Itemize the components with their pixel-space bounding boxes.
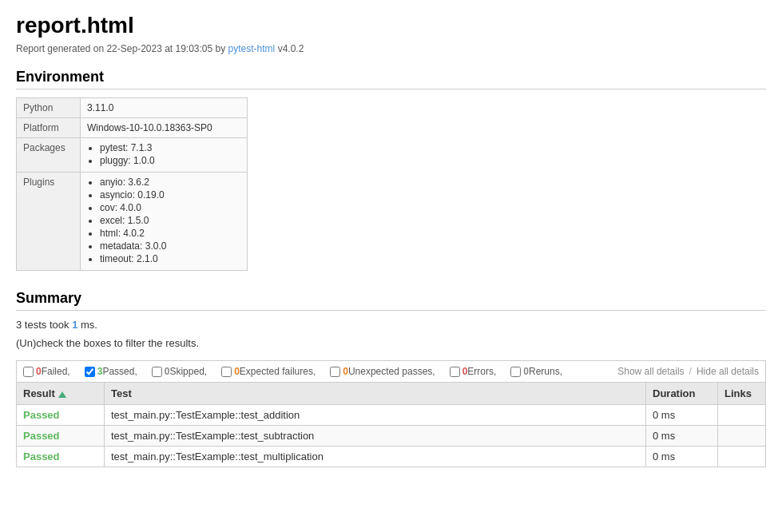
result-duration: 0 ms — [646, 405, 718, 426]
filter-count-errors: 0 — [462, 366, 468, 377]
filter-item-errors: 0 Errors, — [450, 366, 497, 377]
summary-stats: 3 tests took 1 ms. — [16, 319, 766, 331]
result-duration: 0 ms — [646, 426, 718, 447]
report-meta: Report generated on 22-Sep-2023 at 19:03… — [16, 43, 766, 54]
env-key: Platform — [17, 118, 81, 138]
duration-value: 1 — [72, 319, 77, 331]
result-status: Passed — [17, 405, 105, 426]
col-header-links: Links — [718, 383, 766, 405]
env-value: 3.11.0 — [81, 98, 248, 118]
result-status: Passed — [17, 447, 105, 467]
report-by: by — [216, 43, 226, 54]
filter-label-unexpected-passes: Unexpected passes, — [348, 366, 435, 377]
table-row: Passedtest_main.py::TestExample::test_su… — [17, 426, 766, 447]
environment-heading: Environment — [16, 69, 766, 89]
filter-count-skipped: 0 — [165, 366, 170, 377]
report-date-prefix: Report generated on — [16, 43, 104, 54]
col-header-result[interactable]: Result — [17, 383, 105, 405]
ms-label: ms. — [81, 319, 97, 331]
filter-label-expected-failures: Expected failures, — [240, 366, 316, 377]
result-test: test_main.py::TestExample::test_subtract… — [105, 426, 646, 447]
filter-checkbox-expected-failures[interactable] — [221, 367, 232, 377]
show-all-link[interactable]: Show all details — [617, 366, 684, 377]
filter-count-unexpected-passes: 0 — [343, 366, 348, 377]
result-test: test_main.py::TestExample::test_addition — [105, 405, 646, 426]
result-links — [718, 405, 766, 426]
summary-heading: Summary — [16, 290, 766, 311]
filter-item-expected-failures: 0 Expected failures, — [221, 366, 316, 377]
filter-checkbox-failed[interactable] — [23, 367, 34, 377]
filter-count-reruns: 0 — [523, 366, 529, 377]
results-table: ResultTestDurationLinks Passedtest_main.… — [16, 382, 766, 467]
env-value: Windows-10-10.0.18363-SP0 — [81, 118, 248, 138]
filter-checkbox-unexpected-passes[interactable] — [330, 367, 340, 377]
filter-checkbox-errors[interactable] — [450, 367, 460, 377]
result-links — [718, 447, 766, 467]
report-date: 22-Sep-2023 at 19:03:05 — [106, 43, 212, 54]
filter-label-skipped: Skipped, — [169, 366, 207, 377]
tests-count: 3 — [16, 319, 22, 331]
table-row: Passedtest_main.py::TestExample::test_mu… — [17, 447, 766, 467]
separator: / — [689, 366, 692, 377]
filter-instructions: (Un)check the boxes to filter the result… — [16, 337, 766, 349]
env-value: anyio: 3.6.2asyncio: 0.19.0cov: 4.0.0exc… — [81, 173, 248, 271]
env-key: Packages — [17, 138, 81, 173]
col-header-test: Test — [105, 383, 646, 405]
env-key: Python — [17, 98, 81, 118]
filter-checkbox-passed[interactable] — [85, 367, 95, 377]
filter-label-reruns: Reruns, — [529, 366, 562, 377]
env-value: pytest: 7.1.3pluggy: 1.0.0 — [81, 138, 248, 173]
col-header-duration: Duration — [646, 383, 718, 405]
filter-checkbox-skipped[interactable] — [152, 367, 162, 377]
filter-item-skipped: 0 Skipped, — [152, 366, 207, 377]
filter-count-passed: 3 — [97, 366, 103, 377]
result-test: test_main.py::TestExample::test_multipli… — [105, 447, 646, 467]
sort-arrow-result — [58, 391, 66, 398]
hide-all-link[interactable]: Hide all details — [697, 366, 759, 377]
page-title: report.html — [16, 13, 766, 38]
filter-checkbox-reruns[interactable] — [510, 367, 521, 377]
result-links — [718, 426, 766, 447]
filter-label-failed: Failed, — [42, 366, 70, 377]
result-duration: 0 ms — [646, 447, 718, 467]
table-row: Passedtest_main.py::TestExample::test_ad… — [17, 405, 766, 426]
filter-label-errors: Errors, — [467, 366, 496, 377]
filter-count-expected-failures: 0 — [234, 366, 240, 377]
filter-item-unexpected-passes: 0 Unexpected passes, — [330, 366, 435, 377]
tests-took-label: tests took — [25, 319, 69, 331]
filter-item-failed: 0 Failed, — [23, 366, 70, 377]
filter-item-passed: 3 Passed, — [85, 366, 137, 377]
result-status: Passed — [17, 426, 105, 447]
pytest-html-link[interactable]: pytest-html — [228, 43, 276, 54]
env-key: Plugins — [17, 173, 81, 271]
filter-item-reruns: 0 Reruns, — [510, 366, 562, 377]
environment-table: Python3.11.0PlatformWindows-10-10.0.1836… — [16, 97, 248, 271]
report-version: v4.0.2 — [278, 43, 304, 54]
filter-row: 0 Failed,3 Passed,0 Skipped,0 Expected f… — [16, 360, 766, 382]
filter-count-failed: 0 — [36, 366, 42, 377]
show-hide-controls: Show all details / Hide all details — [617, 366, 759, 377]
filter-label-passed: Passed, — [102, 366, 137, 377]
